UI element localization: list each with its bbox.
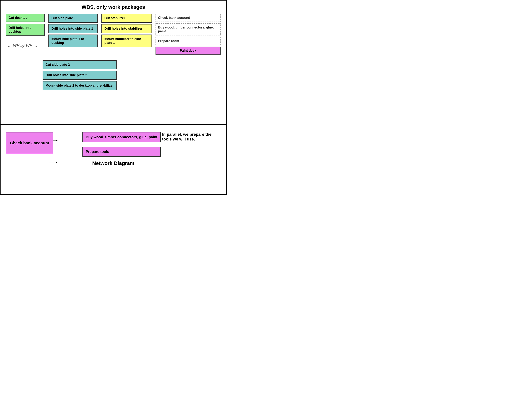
nd-right-boxes: Buy wood, timber connectors, glue, paint… (83, 132, 161, 157)
network-title: Network Diagram (6, 160, 221, 166)
wbs-box-drill-plate2: Drill holes into side plate 2 (43, 71, 117, 80)
col-yellow: Cut stabilizer Drill holes into stabiliz… (101, 14, 152, 47)
col-teal-2: Cut side plate 2 Drill holes into side p… (43, 60, 117, 90)
wbs-title: WBS, only work packages (6, 4, 221, 10)
wbs-box-drill-plate1: Drill holes into side plate 1 (48, 24, 98, 33)
wbs-box-cut-stabilizer: Cut stabilizer (101, 14, 152, 23)
wbs-box-buy-wood: Buy wood, timber connectors, glue, paint (156, 23, 221, 35)
nd-wrapper: Check bank account Buy wood, timber conn… (6, 130, 221, 157)
nd-parallel-text: In parallel, we prepare the tools we wil… (162, 132, 221, 142)
main-container: WBS, only work packages Cut desktop Dril… (0, 0, 227, 195)
wbs-row2: Cut side plate 2 Drill holes into side p… (6, 60, 221, 90)
wbs-box-mount-plate2: Mount side plate 2 to desktop and stabil… (43, 81, 117, 90)
nd-prepare-tools: Prepare tools (83, 147, 161, 157)
wbs-box-cut-plate1: Cut side plate 1 (48, 14, 98, 23)
nd-buy-wood: Buy wood, timber connectors, glue, paint (83, 132, 161, 142)
wbs-box-cut-desktop: Cut desktop (6, 14, 45, 22)
wbs-box-drill-desktop: Drill holes into desktop (6, 24, 45, 36)
wbs-box-check-bank: Check bank account (156, 14, 221, 22)
wbs-content: Cut desktop Drill holes into desktop … W… (6, 14, 221, 55)
wbs-box-cut-plate2: Cut side plate 2 (43, 60, 117, 69)
wbs-box-prepare-tools: Prepare tools (156, 37, 221, 45)
wp-label: … WP by WP … (6, 38, 45, 48)
col-teal-1: Cut side plate 1 Drill holes into side p… (48, 14, 98, 47)
wbs-box-mount-stabilizer: Mount stabilizer to side plate 1 (101, 35, 152, 47)
wbs-box-mount-plate1: Mount side plate 1 to desktop (48, 35, 98, 47)
nd-check-bank: Check bank account (6, 132, 53, 154)
network-section: Check bank account Buy wood, timber conn… (0, 125, 226, 194)
col-green: Cut desktop Drill holes into desktop … W… (6, 14, 45, 48)
col-dashed: Check bank account Buy wood, timber conn… (156, 14, 221, 55)
wbs-section: WBS, only work packages Cut desktop Dril… (0, 0, 226, 125)
wbs-box-drill-stabilizer: Drill holes into stabilizer (101, 24, 152, 33)
wbs-box-paint-desk: Paint desk (156, 47, 221, 55)
